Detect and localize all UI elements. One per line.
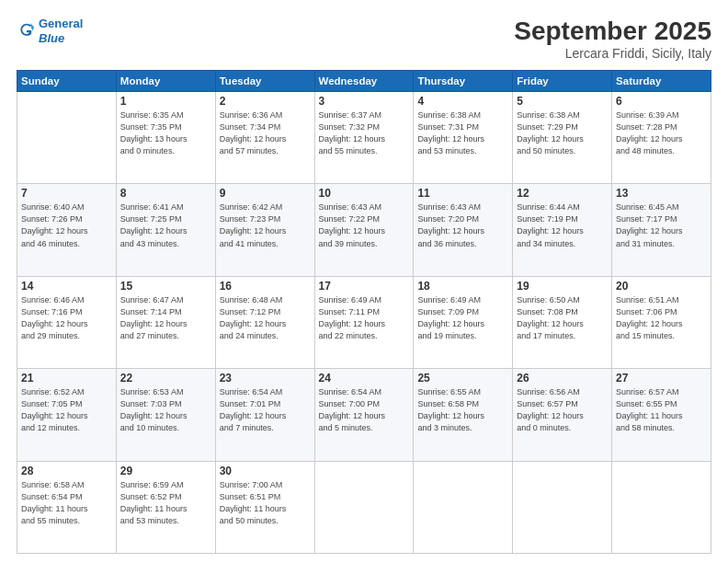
table-row: 5Sunrise: 6:38 AM Sunset: 7:29 PM Daylig…	[513, 92, 612, 184]
table-row: 17Sunrise: 6:49 AM Sunset: 7:11 PM Dayli…	[314, 276, 414, 368]
day-info: Sunrise: 6:38 AM Sunset: 7:31 PM Dayligh…	[417, 109, 508, 157]
table-row: 27Sunrise: 6:57 AM Sunset: 6:55 PM Dayli…	[612, 369, 711, 461]
table-row: 24Sunrise: 6:54 AM Sunset: 7:00 PM Dayli…	[314, 369, 414, 461]
day-info: Sunrise: 6:47 AM Sunset: 7:14 PM Dayligh…	[120, 294, 211, 342]
day-info: Sunrise: 6:52 AM Sunset: 7:05 PM Dayligh…	[21, 386, 112, 434]
day-info: Sunrise: 6:57 AM Sunset: 6:55 PM Dayligh…	[616, 386, 707, 434]
day-number: 21	[21, 372, 112, 385]
calendar-table: Sunday Monday Tuesday Wednesday Thursday…	[17, 70, 711, 554]
table-row: 29Sunrise: 6:59 AM Sunset: 6:52 PM Dayli…	[116, 461, 215, 553]
logo: General Blue	[17, 17, 83, 45]
day-info: Sunrise: 7:00 AM Sunset: 6:51 PM Dayligh…	[220, 479, 311, 527]
day-info: Sunrise: 6:43 AM Sunset: 7:22 PM Dayligh…	[319, 201, 410, 249]
day-number: 4	[417, 95, 508, 108]
day-info: Sunrise: 6:39 AM Sunset: 7:28 PM Dayligh…	[616, 109, 707, 157]
day-info: Sunrise: 6:41 AM Sunset: 7:25 PM Dayligh…	[120, 201, 211, 249]
main-title: September 2025	[514, 17, 711, 46]
day-number: 20	[616, 280, 707, 293]
col-sunday: Sunday	[17, 71, 117, 92]
day-info: Sunrise: 6:59 AM Sunset: 6:52 PM Dayligh…	[120, 479, 211, 527]
col-monday: Monday	[116, 71, 215, 92]
day-info: Sunrise: 6:42 AM Sunset: 7:23 PM Dayligh…	[220, 201, 311, 249]
day-number: 10	[319, 187, 410, 200]
day-info: Sunrise: 6:49 AM Sunset: 7:11 PM Dayligh…	[319, 294, 410, 342]
page: General Blue September 2025 Lercara Frid…	[0, 0, 728, 563]
table-row: 14Sunrise: 6:46 AM Sunset: 7:16 PM Dayli…	[17, 276, 117, 368]
table-row: 4Sunrise: 6:38 AM Sunset: 7:31 PM Daylig…	[414, 92, 513, 184]
table-row: 16Sunrise: 6:48 AM Sunset: 7:12 PM Dayli…	[215, 276, 314, 368]
day-number: 3	[319, 95, 410, 108]
calendar-week-2: 7Sunrise: 6:40 AM Sunset: 7:26 PM Daylig…	[17, 184, 711, 276]
day-number: 17	[319, 280, 410, 293]
table-row: 8Sunrise: 6:41 AM Sunset: 7:25 PM Daylig…	[116, 184, 215, 276]
table-row: 22Sunrise: 6:53 AM Sunset: 7:03 PM Dayli…	[116, 369, 215, 461]
table-row	[314, 461, 414, 553]
day-number: 8	[120, 187, 211, 200]
day-info: Sunrise: 6:43 AM Sunset: 7:20 PM Dayligh…	[417, 201, 508, 249]
day-number: 19	[517, 280, 608, 293]
day-number: 15	[120, 280, 211, 293]
col-tuesday: Tuesday	[215, 71, 314, 92]
logo-icon	[17, 20, 37, 40]
day-info: Sunrise: 6:53 AM Sunset: 7:03 PM Dayligh…	[120, 386, 211, 434]
day-number: 13	[616, 187, 707, 200]
day-number: 7	[21, 187, 112, 200]
table-row: 12Sunrise: 6:44 AM Sunset: 7:19 PM Dayli…	[513, 184, 612, 276]
header: General Blue September 2025 Lercara Frid…	[17, 17, 711, 61]
table-row: 6Sunrise: 6:39 AM Sunset: 7:28 PM Daylig…	[612, 92, 711, 184]
table-row: 23Sunrise: 6:54 AM Sunset: 7:01 PM Dayli…	[215, 369, 314, 461]
day-number: 2	[220, 95, 311, 108]
day-info: Sunrise: 6:35 AM Sunset: 7:35 PM Dayligh…	[120, 109, 211, 157]
table-row	[414, 461, 513, 553]
day-number: 23	[220, 372, 311, 385]
day-number: 9	[220, 187, 311, 200]
table-row: 18Sunrise: 6:49 AM Sunset: 7:09 PM Dayli…	[414, 276, 513, 368]
day-number: 5	[517, 95, 608, 108]
table-row: 7Sunrise: 6:40 AM Sunset: 7:26 PM Daylig…	[17, 184, 117, 276]
table-row: 20Sunrise: 6:51 AM Sunset: 7:06 PM Dayli…	[612, 276, 711, 368]
day-info: Sunrise: 6:46 AM Sunset: 7:16 PM Dayligh…	[21, 294, 112, 342]
calendar-week-3: 14Sunrise: 6:46 AM Sunset: 7:16 PM Dayli…	[17, 276, 711, 368]
table-row: 19Sunrise: 6:50 AM Sunset: 7:08 PM Dayli…	[513, 276, 612, 368]
day-number: 11	[417, 187, 508, 200]
day-number: 6	[616, 95, 707, 108]
col-friday: Friday	[513, 71, 612, 92]
day-number: 29	[120, 465, 211, 477]
day-info: Sunrise: 6:38 AM Sunset: 7:29 PM Dayligh…	[517, 109, 608, 157]
calendar-week-4: 21Sunrise: 6:52 AM Sunset: 7:05 PM Dayli…	[17, 369, 711, 461]
day-number: 12	[517, 187, 608, 200]
table-row: 30Sunrise: 7:00 AM Sunset: 6:51 PM Dayli…	[215, 461, 314, 553]
table-row: 9Sunrise: 6:42 AM Sunset: 7:23 PM Daylig…	[215, 184, 314, 276]
logo-line1: General	[39, 17, 83, 30]
calendar-week-5: 28Sunrise: 6:58 AM Sunset: 6:54 PM Dayli…	[17, 461, 711, 553]
table-row: 3Sunrise: 6:37 AM Sunset: 7:32 PM Daylig…	[314, 92, 414, 184]
col-saturday: Saturday	[612, 71, 711, 92]
title-block: September 2025 Lercara Friddi, Sicily, I…	[514, 17, 711, 61]
day-info: Sunrise: 6:51 AM Sunset: 7:06 PM Dayligh…	[616, 294, 707, 342]
day-info: Sunrise: 6:36 AM Sunset: 7:34 PM Dayligh…	[220, 109, 311, 157]
day-info: Sunrise: 6:44 AM Sunset: 7:19 PM Dayligh…	[517, 201, 608, 249]
day-info: Sunrise: 6:54 AM Sunset: 7:01 PM Dayligh…	[220, 386, 311, 434]
day-info: Sunrise: 6:54 AM Sunset: 7:00 PM Dayligh…	[319, 386, 410, 434]
day-number: 24	[319, 372, 410, 385]
table-row	[17, 92, 117, 184]
logo-line2: Blue	[39, 31, 64, 45]
table-row	[513, 461, 612, 553]
table-row: 10Sunrise: 6:43 AM Sunset: 7:22 PM Dayli…	[314, 184, 414, 276]
day-number: 25	[417, 372, 508, 385]
day-number: 22	[120, 372, 211, 385]
day-number: 1	[120, 95, 211, 108]
table-row: 2Sunrise: 6:36 AM Sunset: 7:34 PM Daylig…	[215, 92, 314, 184]
table-row: 26Sunrise: 6:56 AM Sunset: 6:57 PM Dayli…	[513, 369, 612, 461]
col-wednesday: Wednesday	[314, 71, 414, 92]
day-info: Sunrise: 6:37 AM Sunset: 7:32 PM Dayligh…	[319, 109, 410, 157]
day-info: Sunrise: 6:56 AM Sunset: 6:57 PM Dayligh…	[517, 386, 608, 434]
table-row: 11Sunrise: 6:43 AM Sunset: 7:20 PM Dayli…	[414, 184, 513, 276]
table-row: 13Sunrise: 6:45 AM Sunset: 7:17 PM Dayli…	[612, 184, 711, 276]
day-info: Sunrise: 6:50 AM Sunset: 7:08 PM Dayligh…	[517, 294, 608, 342]
col-thursday: Thursday	[414, 71, 513, 92]
day-number: 28	[21, 465, 112, 477]
table-row	[612, 461, 711, 553]
header-row: Sunday Monday Tuesday Wednesday Thursday…	[17, 71, 711, 92]
day-info: Sunrise: 6:45 AM Sunset: 7:17 PM Dayligh…	[616, 201, 707, 249]
